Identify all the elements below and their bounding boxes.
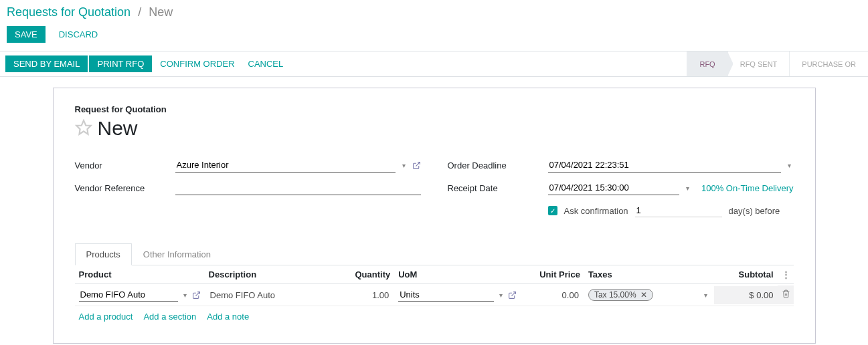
- row-uom-input[interactable]: [398, 288, 494, 302]
- cancel-button[interactable]: CANCEL: [242, 55, 290, 72]
- add-product-link[interactable]: Add a product: [79, 312, 133, 322]
- tax-remove-icon[interactable]: ✕: [640, 290, 647, 300]
- stage-rfq[interactable]: RFQ: [687, 51, 727, 76]
- stage-rfq-sent[interactable]: RFQ SENT: [727, 51, 790, 76]
- col-taxes: Taxes: [584, 265, 714, 283]
- svg-line-3: [512, 292, 516, 296]
- send-email-button[interactable]: SEND BY EMAIL: [5, 55, 88, 72]
- row-subtotal: $ 0.00: [714, 286, 778, 304]
- row-uom-external-link-icon[interactable]: [508, 291, 517, 300]
- svg-line-1: [416, 162, 420, 166]
- col-uom: UoM: [394, 265, 521, 283]
- grid-options-icon[interactable]: ⋮: [778, 265, 794, 283]
- vendor-external-link-icon[interactable]: [412, 161, 421, 170]
- col-description: Description: [205, 265, 348, 283]
- receipt-dropdown-icon[interactable]: ▾: [683, 185, 692, 192]
- vendor-ref-label: Vendor Reference: [75, 183, 175, 193]
- discard-button[interactable]: DISCARD: [56, 26, 101, 43]
- page-title: New: [98, 117, 138, 140]
- sheet-head-label: Request for Quotation: [75, 104, 794, 114]
- confirm-order-button[interactable]: CONFIRM ORDER: [153, 55, 241, 72]
- row-product-dropdown-icon[interactable]: ▾: [181, 292, 189, 299]
- col-product: Product: [75, 265, 205, 283]
- col-quantity: Quantity: [348, 265, 395, 283]
- row-delete-icon[interactable]: [778, 285, 794, 304]
- vendor-dropdown-icon[interactable]: ▾: [400, 162, 408, 169]
- breadcrumb-sep: /: [138, 5, 141, 19]
- stage-purchase-order[interactable]: PURCHASE OR: [789, 51, 868, 76]
- row-unit-price[interactable]: 0.00: [525, 289, 580, 302]
- svg-line-2: [195, 292, 199, 296]
- row-description[interactable]: Demo FIFO Auto: [209, 289, 277, 302]
- svg-marker-0: [76, 120, 91, 134]
- deadline-dropdown-icon[interactable]: ▾: [785, 162, 794, 169]
- receipt-label: Receipt Date: [448, 183, 548, 193]
- table-row: ▾ Demo FIFO Auto 1.00 ▾: [75, 284, 794, 306]
- vendor-ref-input[interactable]: [175, 181, 421, 195]
- row-uom-dropdown-icon[interactable]: ▾: [497, 292, 505, 299]
- tax-tag-label: Tax 15.00%: [594, 290, 636, 300]
- vendor-label: Vendor: [75, 160, 175, 170]
- row-taxes-dropdown-icon[interactable]: ▾: [701, 292, 710, 299]
- row-quantity[interactable]: 1.00: [352, 289, 391, 302]
- print-rfq-button[interactable]: PRINT RFQ: [89, 55, 152, 72]
- deadline-label: Order Deadline: [448, 160, 548, 170]
- save-button[interactable]: SAVE: [7, 26, 46, 43]
- col-subtotal: Subtotal: [714, 265, 778, 283]
- add-section-link[interactable]: Add a section: [143, 312, 196, 322]
- receipt-input[interactable]: [548, 181, 679, 195]
- row-product-external-link-icon[interactable]: [192, 291, 201, 300]
- ask-confirmation-days-input[interactable]: [635, 204, 722, 217]
- breadcrumb-current: New: [149, 5, 173, 19]
- vendor-input[interactable]: [175, 158, 396, 172]
- ask-confirmation-checkbox[interactable]: ✓: [548, 206, 557, 215]
- tab-products[interactable]: Products: [75, 243, 132, 265]
- col-unit-price: Unit Price: [521, 265, 584, 283]
- breadcrumb-parent[interactable]: Requests for Quotation: [7, 5, 131, 19]
- days-before-label: day(s) before: [729, 206, 780, 216]
- add-note-link[interactable]: Add a note: [207, 312, 249, 322]
- tax-tag[interactable]: Tax 15.00% ✕: [588, 289, 653, 301]
- tab-other-information[interactable]: Other Information: [132, 243, 222, 265]
- row-product-input[interactable]: [79, 288, 178, 302]
- favorite-star-icon[interactable]: [75, 119, 92, 138]
- deadline-input[interactable]: [548, 158, 781, 172]
- ask-confirmation-label: Ask confirmation: [564, 206, 628, 216]
- ontime-delivery-label: 100% On-Time Delivery: [701, 183, 794, 193]
